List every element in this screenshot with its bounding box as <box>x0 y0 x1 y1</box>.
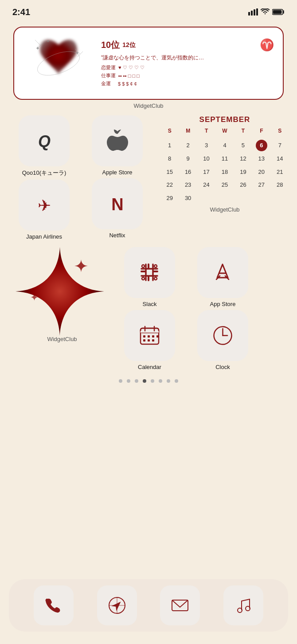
app-item-apple-store[interactable]: Apple Store <box>83 115 152 176</box>
svg-point-24 <box>154 265 157 267</box>
app-item-qoo10[interactable]: Q Qoo10(キューラ) <box>10 115 78 177</box>
signal-icon <box>248 8 258 16</box>
cal-day-7: 7 <box>271 140 289 152</box>
svg-rect-37 <box>143 335 145 338</box>
clock-icon-app[interactable] <box>197 310 248 361</box>
horoscope-widget-label: WidgetClub <box>0 102 297 109</box>
cal-day-13: 13 <box>252 153 270 165</box>
music-icon <box>234 596 253 615</box>
money-stars: $ $ $ ¢ ¢ <box>118 81 137 86</box>
cal-day-23: 23 <box>179 179 197 191</box>
phone-icon <box>44 596 63 615</box>
calendar-month: SEPTEMBER <box>160 115 289 124</box>
svg-line-7 <box>35 40 40 45</box>
app-item-clock[interactable]: Clock <box>188 310 257 370</box>
money-luck-row: 金運 $ $ $ ¢ ¢ <box>101 80 274 87</box>
cal-day-16: 16 <box>179 166 197 178</box>
safari-icon <box>107 596 127 615</box>
slack-label: Slack <box>143 301 157 307</box>
cal-h-w: W <box>215 128 234 134</box>
cal-h-s2: S <box>271 128 289 134</box>
app-item-app-store[interactable]: App Store <box>188 247 257 307</box>
cal-day-1: 1 <box>160 140 179 152</box>
cal-day-21: 21 <box>271 166 289 178</box>
cal-day-empty <box>271 136 289 138</box>
apps-left-col: Q Qoo10(キューラ) ✈ Japan Airlines <box>10 115 78 240</box>
cal-day-28: 28 <box>271 179 289 191</box>
page-dot-4-active <box>143 379 146 383</box>
cal-day-15: 15 <box>160 166 179 178</box>
page-dot-6 <box>159 379 162 383</box>
app-item-slack[interactable]: Slack <box>115 247 184 307</box>
dock-mail[interactable] <box>160 585 200 625</box>
calendar-widget: SEPTEMBER S M T W T F S 1 <box>156 115 293 204</box>
svg-point-22 <box>154 277 157 280</box>
cal-day-11: 11 <box>215 153 234 165</box>
calendar-widget-label: WidgetClub <box>156 206 293 213</box>
svg-rect-0 <box>248 12 250 16</box>
work-stars: ▪▪ ▪▪ □ □ □ <box>118 73 140 79</box>
svg-point-21 <box>142 265 145 267</box>
svg-point-53 <box>246 606 250 611</box>
cal-day-14: 14 <box>271 153 289 165</box>
netflix-icon[interactable]: N <box>92 178 143 229</box>
horoscope-quote: "謙虚な心を持つことで、運気が指数的に… <box>101 54 274 62</box>
dock-safari[interactable] <box>97 585 137 625</box>
svg-rect-1 <box>251 11 253 16</box>
love-label: 恋愛運 <box>101 64 116 71</box>
sparkle-widget-container: WidgetClub <box>9 243 111 342</box>
page-dot-8 <box>175 379 178 383</box>
dock <box>9 579 288 632</box>
japan-airlines-icon[interactable]: ✈ <box>19 180 70 231</box>
svg-rect-5 <box>273 10 282 14</box>
cal-day-empty <box>234 136 252 138</box>
cal-h-t1: T <box>197 128 215 134</box>
horoscope-rank-text: 10位 <box>101 39 120 51</box>
battery-icon <box>272 9 285 15</box>
app-item-japan-airlines[interactable]: ✈ Japan Airlines <box>10 180 78 240</box>
cal-day-12: 12 <box>234 153 252 165</box>
svg-rect-40 <box>143 339 145 342</box>
apple-store-icon[interactable] <box>92 115 143 166</box>
cal-day-18: 18 <box>215 166 234 178</box>
svg-text:✦: ✦ <box>35 45 40 51</box>
app-item-calendar[interactable]: Calendar <box>115 310 184 370</box>
work-luck-row: 仕事運 ▪▪ ▪▪ □ □ □ <box>101 72 274 79</box>
cal-day-24: 24 <box>197 179 215 191</box>
cal-day-6-today: 6 <box>256 140 267 151</box>
cal-day-3: 3 <box>197 140 215 152</box>
page-dot-3 <box>135 379 138 383</box>
cal-day-5: 5 <box>234 140 252 152</box>
horoscope-total-text: 12位 <box>122 41 136 49</box>
qoo10-icon[interactable]: Q <box>19 115 70 166</box>
sparkle-section: WidgetClub <box>0 243 297 370</box>
svg-rect-39 <box>152 335 154 338</box>
horoscope-widget[interactable]: ✦ ✦ ✦ 10位 12位 ♈ "謙虚な心を持つことで、運気が指数的に… 恋愛運… <box>13 27 284 100</box>
heart-sparkle-image: ✦ ✦ ✦ <box>24 35 93 92</box>
app-store-label: App Store <box>210 301 236 307</box>
app-item-netflix[interactable]: N Netflix <box>83 178 152 239</box>
page-dot-7 <box>167 379 170 383</box>
calendar-app-label: Calendar <box>138 364 161 370</box>
calendar-section: SEPTEMBER S M T W T F S 1 <box>156 115 293 240</box>
page-dot-2 <box>127 379 130 383</box>
svg-rect-38 <box>148 335 150 338</box>
horoscope-rank-row: 10位 12位 ♈ <box>101 38 274 52</box>
slack-icon[interactable] <box>124 247 175 298</box>
dock-music[interactable] <box>223 585 263 625</box>
cal-day-22: 22 <box>160 179 179 191</box>
cal-day-9: 9 <box>179 153 197 165</box>
horoscope-heart-section: ✦ ✦ ✦ <box>23 35 94 92</box>
calendar-icon[interactable] <box>124 310 175 361</box>
dock-phone[interactable] <box>34 585 74 625</box>
app-store-icon[interactable] <box>197 247 248 298</box>
svg-rect-43 <box>156 335 159 338</box>
svg-rect-17 <box>141 271 146 272</box>
cal-day-empty <box>160 136 179 138</box>
aries-symbol: ♈ <box>260 38 274 52</box>
cal-day-29: 29 <box>160 192 179 204</box>
sparkle-large-widget[interactable] <box>11 243 109 340</box>
apps-row-top: Slack <box>115 247 257 307</box>
cal-day-20: 20 <box>252 166 270 178</box>
apps-row-bottom: Calendar Clock <box>115 310 257 370</box>
